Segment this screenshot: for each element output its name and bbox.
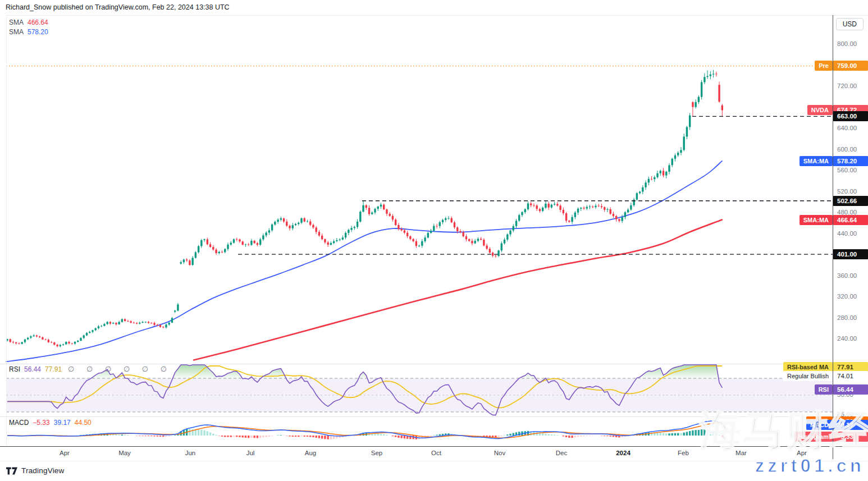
footer-divider: [0, 461, 868, 461]
resistance-level-value: 502.66: [833, 196, 868, 206]
premarket-value: 759.00: [833, 61, 868, 71]
macd-histogram-value: −5.33: [833, 432, 868, 442]
time-axis-label: Sep: [371, 450, 382, 456]
rsi-legend[interactable]: RSI 56.44 77.91 ∅ ∅ ∅ ∅ ∅ ∅: [9, 365, 172, 373]
sma-fast-axis-label: SMA:MA 578.20: [800, 156, 868, 166]
rsi-axis-label: RSI 56.44: [815, 384, 868, 395]
lower-level-label: 401.00: [833, 249, 868, 259]
time-axis-label: Jul: [246, 450, 255, 456]
tradingview-logo[interactable]: TradingView: [6, 466, 65, 475]
macd-histogram-axis-label: Histogram −5.33: [794, 432, 868, 442]
support-level-value: 663.00: [833, 111, 868, 121]
byline: Richard_Snow published on TradingView.co…: [6, 3, 230, 11]
macd-axis-label: MACD 39.17: [806, 420, 868, 430]
price-tick: 240.00: [837, 335, 857, 342]
symbol-tag: NVDA: [807, 105, 833, 115]
sma-slow-value: 466.64: [833, 215, 868, 225]
time-axis-label: Apr: [797, 450, 807, 456]
tradingview-logo-icon: [6, 467, 18, 475]
sma-slow-tag: SMA:MA: [800, 215, 833, 225]
sma-fast-legend-label: SMA: [9, 28, 24, 36]
price-tick: 720.00: [837, 83, 857, 89]
time-axis-label: 2024: [616, 450, 631, 456]
divergence-value: 74.01: [833, 371, 868, 381]
macd-legend-macd-value: 39.17: [54, 419, 71, 427]
premarket-price-label: Pre 759.00: [815, 61, 868, 71]
rsi-value: 56.44: [833, 384, 868, 395]
chart-canvas[interactable]: [0, 0, 868, 481]
sma-slow-legend[interactable]: SMA 466.64: [9, 19, 48, 26]
premarket-tag: Pre: [815, 61, 833, 71]
time-axis-label: Jun: [185, 450, 196, 456]
time-axis-label: Mar: [735, 450, 747, 456]
rsi-legend-ma-value: 77.91: [45, 365, 62, 373]
macd-legend-hist-value: −5.33: [33, 419, 49, 427]
price-tick: 320.00: [837, 293, 857, 300]
price-tick: 440.00: [837, 230, 857, 237]
macd-legend-label: MACD: [9, 419, 29, 427]
currency-toggle-button[interactable]: USD: [836, 18, 864, 30]
macd-histogram-tag: Histogram: [794, 432, 833, 442]
rsi-legend-label: RSI: [9, 365, 20, 373]
price-tick: 560.00: [837, 167, 857, 173]
price-tick: 360.00: [837, 272, 857, 279]
macd-value: 39.17: [833, 420, 868, 430]
time-axis-label: Aug: [305, 450, 316, 456]
sma-fast-value: 578.20: [833, 156, 868, 166]
macd-tag: MACD: [806, 420, 833, 430]
sma-slow-legend-value: 466.64: [28, 19, 48, 26]
rsi-legend-placeholders: ∅ ∅ ∅ ∅ ∅ ∅: [68, 365, 172, 373]
time-axis-label: Dec: [556, 450, 567, 456]
lower-level-value: 401.00: [833, 249, 868, 259]
time-axis-label: Nov: [494, 450, 505, 456]
sma-fast-legend[interactable]: SMA 578.20: [9, 28, 48, 36]
sma-fast-legend-value: 578.20: [28, 28, 48, 36]
time-axis-label: Feb: [678, 450, 689, 456]
resistance-level-label: 502.66: [833, 196, 868, 206]
divergence-axis-label: Regular Bullish 74.01: [783, 371, 868, 381]
price-tick: 280.00: [837, 314, 857, 321]
time-axis-label: May: [118, 450, 131, 456]
sma-slow-axis-label: SMA:MA 466.64: [800, 215, 868, 225]
time-axis-label: Oct: [431, 450, 441, 456]
macd-legend[interactable]: MACD −5.33 39.17 44.50: [9, 419, 92, 427]
price-tick: 600.00: [837, 146, 857, 153]
rsi-tag: RSI: [815, 384, 833, 395]
price-tick: 640.00: [837, 125, 857, 131]
time-axis-label: Apr: [60, 450, 70, 456]
sma-slow-legend-label: SMA: [9, 19, 24, 26]
sma-fast-tag: SMA:MA: [800, 156, 833, 166]
tradingview-logo-text: TradingView: [21, 466, 65, 475]
price-tick: 520.00: [837, 188, 857, 195]
price-tick: 800.00: [837, 40, 857, 47]
support-level-label: 663.00: [833, 111, 868, 121]
divergence-tag: Regular Bullish: [783, 371, 833, 381]
rsi-legend-value: 56.44: [24, 365, 41, 373]
macd-legend-signal-value: 44.50: [75, 419, 92, 427]
